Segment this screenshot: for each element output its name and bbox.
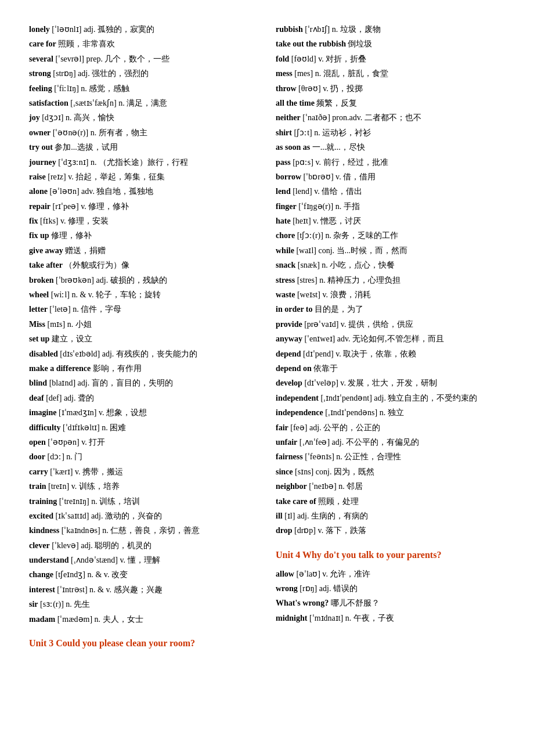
definition: 修理，修补 [88, 202, 129, 211]
word: strong [29, 69, 51, 78]
definition: 目的是，为了 [315, 305, 363, 314]
pos: n. [332, 25, 338, 34]
word: What's wrong? [276, 599, 329, 607]
pos: v. [322, 570, 328, 578]
definition: 赠送，捐赠 [65, 246, 106, 255]
vocab-entry: repair [rɪˈpeə] v. 修理，修补 [29, 200, 258, 213]
definition: 打开 [89, 438, 105, 447]
pos: adj. [102, 350, 114, 358]
vocab-entry: neighbor [ˈneɪbə] n. 邻居 [276, 480, 505, 493]
pos: n. & v. [89, 585, 111, 594]
pos: n. [335, 202, 342, 211]
phonetic: [ˈkaɪndnəs] [62, 526, 100, 535]
definition: （外貌或行为）像 [64, 261, 129, 269]
pos: v. [71, 482, 77, 491]
word: fix up [29, 231, 49, 240]
definition: 轮子，车轮；旋转 [96, 290, 161, 299]
word: rubbish [276, 25, 303, 34]
phonetic: [ˈəʊnə(r)] [53, 128, 88, 137]
vocab-entry: as soon as 一...就...，尽快 [276, 141, 505, 154]
vocab-entry: stress [stres] n. 精神压力，心理负担 [276, 274, 505, 287]
phonetic: [əˈlaʊ] [296, 570, 320, 578]
definition: 满足，满意 [127, 99, 167, 107]
definition: 懂，理解 [128, 556, 160, 564]
phonetic: [ˈdʒɜːnɪ] [58, 158, 88, 167]
word: independent [276, 394, 319, 402]
word: satisfaction [29, 99, 68, 107]
vocab-entry: imagine [ɪˈmædʒɪn] v. 想象，设想 [29, 406, 258, 419]
vocab-entry: open [ˈəʊpən] v. 打开 [29, 436, 258, 449]
pos: adj. [78, 379, 90, 387]
definition: 借，借用 [343, 172, 376, 181]
vocab-entry: broken [ˈbrəʊkən] adj. 破损的，残缺的 [29, 274, 258, 287]
phonetic: [ˈenɪweɪ] [304, 334, 335, 343]
pos: v. [314, 187, 320, 196]
word: allow [276, 570, 294, 578]
phonetic: [rɪˈpeə] [53, 202, 79, 211]
word: kindness [29, 526, 59, 535]
definition: 门 [74, 452, 82, 461]
vocab-entry: take care of 照顾，处理 [276, 495, 505, 508]
vocab-entry: give away 赠送，捐赠 [29, 244, 258, 257]
definition: 孤独的，寂寞的 [98, 25, 154, 34]
definition: 信件，字母 [81, 305, 121, 314]
word: while [276, 246, 294, 255]
vocab-entry: clever [ˈklevə] adj. 聪明的，机灵的 [29, 539, 258, 552]
definition: 午夜，子夜 [353, 614, 394, 622]
pos: v. [323, 84, 329, 93]
vocab-entry: independent [ˌɪndɪˈpendənt] adj. 独立自主的，不… [276, 392, 505, 405]
pos: n. [314, 128, 320, 137]
phonetic: [ˈrʌbɪʃ] [305, 25, 330, 34]
pos: v. [340, 379, 346, 387]
vocab-entry: lonely [ˈləʊnlɪ] adj. 孤独的，寂寞的 [29, 23, 258, 36]
word: fairness [276, 452, 303, 461]
vocab-entry: throw [θrəʊ] v. 扔，投掷 [276, 82, 505, 95]
phonetic: [ˈmædəm] [57, 615, 92, 624]
word: in order to [276, 305, 313, 314]
word: difficulty [29, 423, 60, 432]
vocab-entry: wrong [rɒŋ] adj. 错误的 [276, 582, 505, 595]
vocab-entry: satisfaction [ˌsætɪsˈfækʃn] n. 满足，满意 [29, 97, 258, 110]
phonetic: [ˈsevrəl] [55, 55, 84, 63]
pos: pron.adv. [332, 113, 362, 122]
vocab-entry: finger [ˈfɪŋgə(r)] n. 手指 [276, 200, 505, 213]
phonetic: [pɑːs] [293, 158, 313, 167]
word: drop [276, 526, 293, 535]
definition: 憎恶，讨厌 [320, 217, 361, 225]
definition: 二者都不；也不 [365, 113, 421, 122]
phonetic: [reɪz] [48, 172, 66, 181]
pos: prep. [86, 55, 103, 63]
word: sir [29, 600, 38, 609]
word: change [29, 570, 53, 579]
phonetic: [ˈbɒrəʊ] [304, 172, 334, 181]
definition: 训练，培养 [79, 482, 120, 491]
definition: 感兴趣；兴趣 [114, 585, 163, 594]
phonetic: [ˈəʊpən] [48, 438, 79, 447]
page-content: lonely [ˈləʊnlɪ] adj. 孤独的，寂寞的care for 照顾… [29, 23, 505, 656]
pos: v. [335, 172, 341, 181]
vocab-entry: mess [mes] n. 混乱，脏乱，食堂 [276, 67, 505, 80]
phonetic: [ˈletə] [49, 305, 70, 314]
vocab-entry: train [treɪn] v. 训练，培养 [29, 480, 258, 493]
word: feeling [29, 84, 52, 93]
phonetic: [stres] [297, 276, 317, 285]
vocab-entry: carry [ˈkærɪ] v. 携带，搬运 [29, 466, 258, 478]
vocab-entry: take out the rubbish 倒垃圾 [276, 38, 505, 51]
vocab-entry: raise [reɪz] v. 抬起，举起，筹集，征集 [29, 171, 258, 183]
word: alone [29, 187, 48, 196]
definition: 几个，数个，一些 [104, 55, 169, 63]
definition: 盲的，盲目的，失明的 [92, 379, 173, 387]
definition: 垃圾，废物 [340, 25, 381, 34]
phonetic: [tʃɔː(r)] [297, 231, 323, 240]
word: depend [276, 350, 301, 358]
vocab-entry: alone [əˈləʊn] adv. 独自地，孤独地 [29, 185, 258, 198]
pos: v. [335, 350, 341, 358]
definition: 无论如何,不管怎样，而且 [352, 334, 444, 343]
definition: 小姐 [75, 320, 92, 329]
pos: adj. [84, 25, 96, 34]
vocab-entry: depend [dɪˈpend] v. 取决于，依靠，依赖 [276, 348, 505, 361]
pos: n. [91, 497, 98, 506]
definition: 先生 [74, 600, 90, 609]
phonetic: [dɔː] [48, 452, 64, 461]
phonetic: [ˌɪndɪˈpendənt] [320, 394, 371, 402]
